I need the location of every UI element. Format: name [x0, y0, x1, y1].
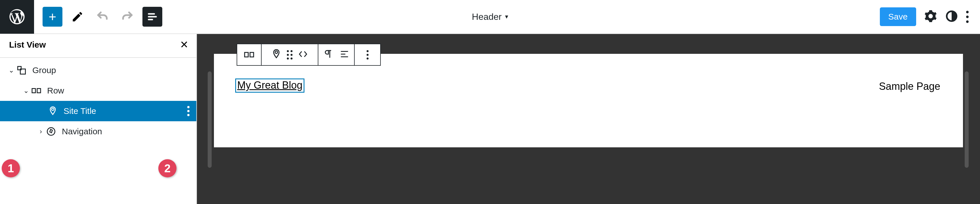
align-icon[interactable] [339, 49, 350, 61]
listview-icon [147, 11, 158, 22]
undo-icon [96, 10, 109, 23]
listview-header: List View ✕ [0, 34, 196, 58]
wordpress-logo[interactable] [0, 0, 34, 34]
site-title-block[interactable]: My Great Blog [236, 79, 304, 92]
settings-button[interactable] [924, 9, 937, 24]
tools-button[interactable] [68, 7, 88, 27]
topbar-right-tools: Save [880, 7, 980, 26]
topbar-left-tools: + [34, 7, 162, 27]
svg-rect-7 [250, 52, 254, 57]
svg-point-5 [48, 128, 55, 136]
annotation-badge-1: 1 [2, 159, 20, 177]
kebab-icon [367, 50, 369, 60]
group-icon [15, 65, 28, 75]
more-options-button[interactable] [966, 11, 969, 23]
row-icon [244, 49, 255, 60]
tree-row-label: Group [32, 65, 56, 75]
block-type-button[interactable] [237, 44, 262, 65]
tree-row-label: Site Title [64, 106, 96, 116]
editor-canvas-wrap: My Great Blog Sample Page [197, 34, 980, 204]
tree-row-navigation[interactable]: › Navigation [0, 121, 196, 142]
block-align-controls [318, 44, 355, 65]
canvas-scroll-left[interactable] [208, 71, 212, 168]
tree-row-options-button[interactable] [187, 106, 189, 116]
editor-topbar: + Header ▾ Save [0, 0, 980, 34]
undo-button[interactable] [92, 7, 112, 27]
pin-icon [46, 106, 59, 116]
tree-row-label: Row [47, 86, 64, 95]
block-toolbar [237, 44, 381, 66]
annotation-badge-2: 2 [158, 159, 177, 177]
svg-rect-4 [37, 89, 41, 93]
paragraph-icon[interactable] [323, 49, 333, 61]
add-block-button[interactable]: + [43, 7, 62, 27]
drag-handle-icon[interactable] [287, 50, 293, 60]
compass-icon [45, 127, 57, 136]
redo-icon [121, 10, 134, 23]
navigation-link[interactable]: Sample Page [879, 81, 940, 92]
listview-toggle-button[interactable] [142, 7, 162, 27]
editor-body: List View ✕ ⌄ Group ⌄ Row [0, 34, 980, 204]
styles-button[interactable] [945, 9, 958, 24]
tree-row-label: Navigation [62, 127, 102, 136]
pin-icon[interactable] [271, 49, 282, 61]
svg-rect-6 [245, 52, 248, 57]
chevron-down-icon: ⌄ [22, 87, 30, 95]
block-parent-controls [262, 44, 318, 65]
editor-canvas[interactable]: My Great Blog Sample Page [214, 54, 963, 147]
block-tree: ⌄ Group ⌄ Row Site Title [0, 58, 196, 142]
tree-row-group[interactable]: ⌄ Group [0, 60, 196, 81]
chevron-down-icon: ▾ [505, 13, 508, 21]
redo-button[interactable] [118, 7, 137, 27]
chevron-down-icon: ⌄ [7, 66, 15, 74]
svg-rect-3 [32, 89, 35, 93]
close-listview-button[interactable]: ✕ [180, 40, 188, 50]
listview-panel: List View ✕ ⌄ Group ⌄ Row [0, 34, 197, 204]
document-title-text: Header [472, 12, 502, 22]
document-title[interactable]: Header ▾ [472, 12, 508, 22]
save-button[interactable]: Save [880, 7, 916, 26]
tree-row-site-title[interactable]: Site Title [0, 101, 196, 121]
listview-title: List View [9, 40, 46, 50]
block-more-button[interactable] [355, 44, 380, 65]
contrast-icon [945, 9, 958, 23]
move-arrows-icon[interactable] [298, 49, 309, 61]
tree-row-row[interactable]: ⌄ Row [0, 81, 196, 101]
gear-icon [924, 9, 937, 23]
pencil-icon [71, 11, 84, 23]
chevron-right-icon: › [37, 128, 45, 136]
row-icon [30, 85, 43, 96]
wordpress-icon [8, 8, 26, 26]
canvas-scroll-right[interactable] [965, 71, 969, 168]
